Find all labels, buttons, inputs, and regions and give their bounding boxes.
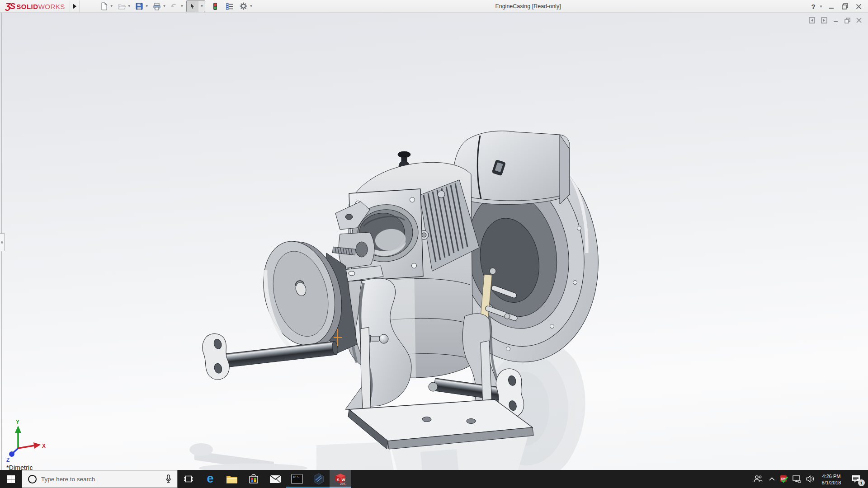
document-window-controls xyxy=(809,17,862,23)
taskbar-search-box[interactable] xyxy=(22,470,178,488)
microphone-icon[interactable] xyxy=(165,474,172,483)
window-controls: ? ▼ xyxy=(807,0,864,13)
print-dropdown-caret[interactable]: ▼ xyxy=(163,4,166,8)
network-button[interactable] xyxy=(790,470,803,488)
windows-taskbar: e xyxy=(0,470,868,488)
sw-letter-w: W xyxy=(342,478,346,482)
splitter-dot-icon xyxy=(1,241,3,244)
start-button[interactable] xyxy=(0,470,22,488)
help-dropdown-caret[interactable]: ▼ xyxy=(819,5,823,9)
file-properties-button[interactable] xyxy=(224,1,235,12)
rebuild-button[interactable] xyxy=(210,1,221,12)
tray-date: 8/1/2018 xyxy=(822,479,841,486)
solidworks-window: Z Y X xyxy=(0,0,868,488)
title-bar: ƷS SOLID WORKS ▼ ▼ ▼ ▼ xyxy=(0,0,868,13)
network-icon xyxy=(793,475,801,483)
y-axis-label: Y xyxy=(16,419,19,425)
new-dropdown-caret[interactable]: ▼ xyxy=(110,4,113,8)
close-button[interactable] xyxy=(853,0,864,12)
select-tool-button[interactable]: ▼ xyxy=(186,0,205,12)
speaker-icon xyxy=(806,475,815,483)
document-restore-icon[interactable] xyxy=(844,18,850,23)
document-minimize-icon[interactable] xyxy=(833,18,839,23)
previous-pane-icon[interactable] xyxy=(809,17,815,23)
file-explorer-button[interactable] xyxy=(221,470,243,488)
task-view-icon xyxy=(184,475,193,483)
save-button[interactable] xyxy=(134,1,145,12)
help-button[interactable]: ? xyxy=(807,0,819,12)
sw-year: 2017 xyxy=(340,482,346,485)
solidworks-logo: ƷS SOLID WORKS xyxy=(5,1,65,11)
document-title: EngineCasing [Read-only] xyxy=(480,3,576,9)
solidworks-resource-monitor[interactable]: SW xyxy=(778,470,790,488)
feature-manager-splitter-handle[interactable] xyxy=(0,233,5,251)
options-dropdown-caret[interactable]: ▼ xyxy=(249,4,253,8)
save-dropdown-caret[interactable]: ▼ xyxy=(145,4,149,8)
graphics-area[interactable]: Z Y X xyxy=(0,13,868,470)
file-explorer-icon xyxy=(226,474,238,484)
open-dropdown-caret[interactable]: ▼ xyxy=(127,4,131,8)
file-properties-icon xyxy=(226,2,234,10)
print-button[interactable] xyxy=(151,1,162,12)
main-toolbar: ▼ ▼ ▼ ▼ ▼ ▼ xyxy=(99,0,256,12)
solidworks-2017-button[interactable]: S W 2017 xyxy=(330,470,351,488)
undo-dropdown-caret[interactable]: ▼ xyxy=(180,4,184,8)
x-axis-arrow xyxy=(33,442,41,449)
solidworks-logo-mark: ƷS xyxy=(5,1,14,11)
cursor-icon xyxy=(189,3,196,10)
minimize-button[interactable] xyxy=(826,0,837,12)
store-button[interactable] xyxy=(243,470,264,488)
options-button[interactable] xyxy=(238,1,249,12)
edge-browser-button[interactable]: e xyxy=(199,470,221,488)
sw-letter-s: S xyxy=(337,478,340,482)
hidden-icons-button[interactable] xyxy=(765,470,778,488)
store-icon xyxy=(248,474,259,484)
system-tray: SW 4:2 xyxy=(751,470,868,488)
mail-button[interactable] xyxy=(264,470,286,488)
solidworks-2017-icon: S W 2017 xyxy=(335,473,346,485)
people-icon xyxy=(754,475,763,483)
menu-flyout-button[interactable] xyxy=(70,0,80,12)
command-prompt-button[interactable]: C:\ xyxy=(286,470,308,488)
flyout-arrow-icon xyxy=(73,4,76,9)
solidworks-logo-light: WORKS xyxy=(38,3,65,10)
solidworks-logo-bold: SOLID xyxy=(16,3,38,10)
undo-button[interactable] xyxy=(169,1,179,12)
solidworks-visualize-icon xyxy=(313,473,325,485)
z-axis-ball xyxy=(9,451,14,457)
action-center-button[interactable]: 1 xyxy=(846,470,866,488)
open-document-button[interactable] xyxy=(116,1,127,12)
search-input[interactable] xyxy=(41,476,160,483)
chevron-up-icon xyxy=(769,477,775,481)
new-document-button[interactable] xyxy=(99,1,109,12)
gear-icon xyxy=(239,2,248,10)
edge-icon: e xyxy=(207,473,213,485)
restore-button[interactable] xyxy=(839,0,851,12)
mail-icon xyxy=(269,475,281,483)
orientation-triad: Z Y X xyxy=(6,419,46,463)
command-prompt-icon: C:\ xyxy=(291,474,303,484)
people-button[interactable] xyxy=(751,470,765,488)
solidworks-visualize-button[interactable] xyxy=(308,470,330,488)
windows-logo-icon xyxy=(7,475,15,483)
clock[interactable]: 4:26 PM 8/1/2018 xyxy=(817,470,846,488)
engine-casing-3d-model[interactable]: Z Y X xyxy=(0,13,868,470)
cortana-icon xyxy=(28,475,37,483)
cmd-prompt-text: C:\ xyxy=(293,475,299,479)
sw-resource-monitor-icon: SW xyxy=(780,475,788,483)
tray-time: 4:26 PM xyxy=(822,473,841,479)
document-close-icon[interactable] xyxy=(856,18,862,23)
x-axis-label: X xyxy=(42,443,46,449)
notification-badge: 1 xyxy=(858,479,865,486)
next-pane-icon[interactable] xyxy=(821,17,827,23)
volume-button[interactable] xyxy=(803,470,817,488)
y-axis-arrow xyxy=(15,426,21,433)
select-dropdown-caret[interactable]: ▼ xyxy=(198,1,205,12)
z-axis-label: Z xyxy=(6,457,9,463)
task-view-button[interactable] xyxy=(178,470,199,488)
traffic-light-icon xyxy=(211,2,219,10)
